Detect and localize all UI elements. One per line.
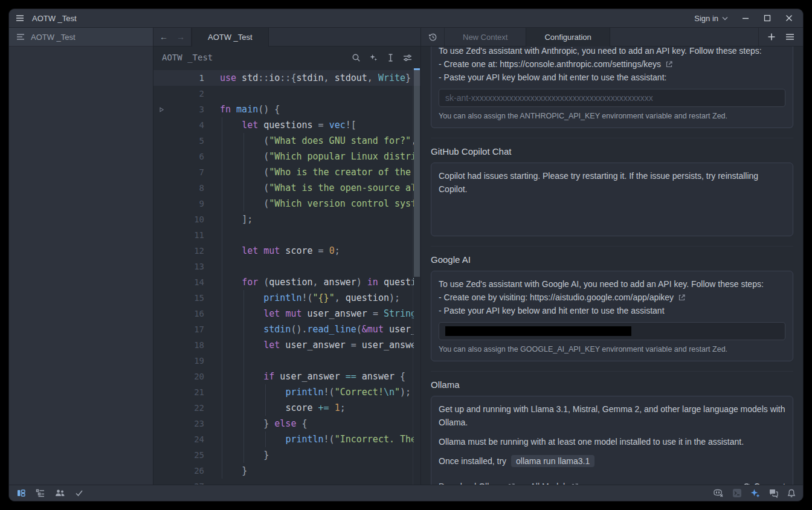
code-line[interactable]: 8 ("What is the open-source alter — [153, 180, 420, 196]
code-text[interactable]: ("Who is the creator of the Lin — [220, 164, 414, 180]
code-line[interactable]: 24 println!("Incorrect. The — [153, 431, 420, 447]
ollama-para2: Ollama must be running with at least one… — [439, 435, 785, 448]
code-editor[interactable]: 1use std::io::{stdin, stdout, Write}23fn… — [153, 68, 420, 485]
chat-panel-icon[interactable] — [768, 489, 779, 498]
breadcrumb[interactable]: AOTW _Test — [162, 53, 213, 62]
anthropic-api-key-input[interactable]: sk-ant-xxxxxxxxxxxxxxxxxxxxxxxxxxxxxxxxx… — [439, 89, 785, 107]
minimize-button[interactable] — [738, 11, 753, 25]
line-number: 5 — [169, 133, 204, 149]
editor-scrollbar[interactable] — [413, 68, 420, 485]
code-text[interactable]: for (question, answer) in questions — [220, 274, 414, 290]
code-text[interactable]: let user_answer = user_answer. — [220, 337, 414, 353]
connect-button[interactable]: Connect — [743, 480, 785, 485]
fold-arrow-icon[interactable] — [153, 107, 169, 112]
nav-forward-button[interactable]: → — [175, 32, 186, 42]
code-line[interactable]: 12 let mut score = 0; — [153, 243, 420, 259]
code-line[interactable]: 5 ("What does GNU stand for?", — [153, 133, 420, 149]
code-line[interactable]: 23 } else { — [153, 416, 420, 431]
code-line[interactable]: 20 if user_answer == answer { — [153, 369, 420, 384]
code-text[interactable]: ]; — [220, 211, 414, 227]
code-line[interactable]: 1use std::io::{stdin, stdout, Write} — [153, 70, 420, 86]
code-line[interactable]: 15 println!("{}", question); — [153, 290, 420, 306]
anthropic-create-link[interactable]: - Create one at: https://console.anthrop… — [439, 59, 661, 69]
code-line[interactable]: 14 for (question, answer) in questions — [153, 274, 420, 290]
code-text[interactable]: use std::io::{stdin, stdout, Write} — [220, 70, 414, 86]
copilot-section: GitHub Copilot Chat Copilot had issues s… — [431, 138, 793, 236]
code-text[interactable]: ("Which popular Linux distribut — [220, 149, 414, 164]
terminal-panel-icon[interactable] — [732, 488, 742, 498]
code-line[interactable]: 13 — [153, 259, 420, 274]
code-text[interactable]: println!("Incorrect. The — [220, 431, 414, 447]
code-line[interactable]: 10 ]; — [153, 211, 420, 227]
code-text[interactable]: let mut score = 0; — [220, 243, 414, 259]
code-line[interactable]: 26 } — [153, 463, 420, 479]
code-text[interactable]: let mut user_answer = String:: — [220, 306, 414, 321]
code-text[interactable]: } — [220, 463, 414, 479]
project-panel-body[interactable] — [9, 47, 153, 485]
code-line[interactable]: 9 ("Which version control system — [153, 196, 420, 211]
code-line[interactable]: 6 ("Which popular Linux distribut — [153, 149, 420, 164]
code-line[interactable]: 16 let mut user_answer = String:: — [153, 306, 420, 321]
copilot-disabled-icon[interactable] — [713, 488, 724, 498]
code-line[interactable]: 2 — [153, 86, 420, 102]
editor-tab[interactable]: AOTW _Test — [192, 28, 269, 47]
editor-controls-icon[interactable] — [403, 54, 412, 62]
redacted-api-key — [445, 326, 631, 336]
maximize-button[interactable] — [759, 11, 775, 25]
code-line[interactable]: 22 score += 1; — [153, 400, 420, 416]
tab-new-context[interactable]: New Context — [445, 28, 526, 46]
code-text[interactable]: println!("{}", question); — [220, 290, 414, 306]
code-line[interactable]: 27 — [153, 479, 420, 485]
notifications-bell-icon[interactable] — [787, 489, 796, 498]
code-line[interactable]: 3fn main() { — [153, 102, 420, 117]
panel-menu-icon[interactable] — [785, 33, 794, 40]
code-text[interactable]: println!("Correct!\n"); — [220, 384, 414, 400]
indent-guide — [243, 133, 244, 211]
outline-panel-icon[interactable] — [36, 489, 45, 497]
nav-back-button[interactable]: ← — [158, 32, 169, 42]
search-icon[interactable] — [352, 53, 361, 62]
new-context-plus-icon[interactable] — [767, 33, 776, 41]
code-line[interactable]: 25 } — [153, 447, 420, 463]
google-api-key-input[interactable] — [439, 322, 785, 340]
code-line[interactable]: 7 ("Who is the creator of the Lin — [153, 164, 420, 180]
project-panel-toggle-icon[interactable] — [16, 488, 26, 498]
project-panel-header[interactable]: AOTW _Test — [9, 28, 153, 47]
code-line[interactable]: 17 stdin().read_line(&mut user_answer — [153, 321, 420, 337]
history-icon[interactable] — [421, 28, 445, 46]
app-menu-icon[interactable] — [15, 13, 25, 23]
line-number: 16 — [169, 306, 204, 321]
download-ollama-link[interactable]: Download Ollama — [439, 480, 515, 485]
code-line[interactable]: 21 println!("Correct!\n"); — [153, 384, 420, 400]
diagnostics-check-icon[interactable] — [75, 489, 83, 497]
code-text[interactable]: ("What does GNU stand for?", — [220, 133, 414, 149]
all-models-label: All Models — [530, 480, 570, 485]
code-line[interactable]: 11 — [153, 227, 420, 243]
google-intro: To use Zed's assistant with Google AI, y… — [439, 277, 785, 291]
all-models-link[interactable]: All Models — [530, 480, 579, 485]
code-text[interactable]: ("Which version control system — [220, 196, 414, 211]
code-line[interactable]: 18 let user_answer = user_answer. — [153, 337, 420, 353]
code-text[interactable]: stdin().read_line(&mut user_answer — [220, 321, 414, 337]
scrollbar-thumb[interactable] — [414, 68, 420, 277]
code-text[interactable]: } else { — [220, 416, 414, 431]
google-create-link[interactable]: - Create one by visiting: https://aistud… — [439, 292, 674, 302]
sign-in-button[interactable]: Sign in — [691, 13, 732, 24]
collab-panel-icon[interactable] — [55, 489, 65, 497]
code-text[interactable]: fn main() { — [220, 102, 414, 117]
code-text[interactable]: ("What is the open-source alter — [220, 180, 414, 196]
close-button[interactable] — [781, 11, 797, 25]
external-link-icon — [678, 294, 685, 301]
code-text[interactable]: score += 1; — [220, 400, 414, 416]
code-text[interactable]: let questions = vec![ — [220, 117, 414, 133]
tab-configuration[interactable]: Configuration — [526, 28, 610, 47]
line-number: 2 — [169, 86, 204, 102]
inline-assist-cursor-icon[interactable] — [387, 53, 395, 62]
assistant-sparkle-icon[interactable] — [369, 53, 378, 62]
code-line[interactable]: 19 — [153, 353, 420, 369]
code-line[interactable]: 4 let questions = vec![ — [153, 117, 420, 133]
code-text[interactable]: if user_answer == answer { — [220, 369, 414, 384]
anthropic-card: To use Zed's assistant with Anthropic, y… — [431, 47, 793, 128]
assistant-panel-icon[interactable] — [750, 488, 760, 498]
code-text[interactable]: } — [220, 447, 414, 463]
